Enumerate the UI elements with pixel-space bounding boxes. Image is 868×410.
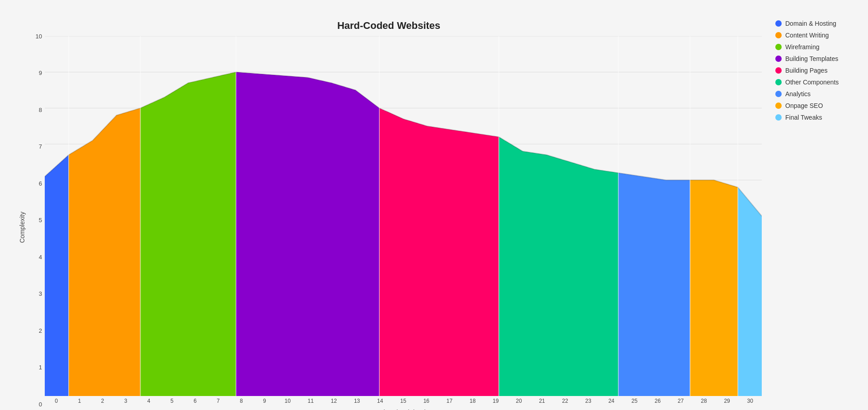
x-tick: 10: [276, 398, 299, 407]
legend-item: Final Tweaks: [775, 114, 852, 121]
chart-wrapper: Hard-Coded Websites Complexity 109876543…: [16, 20, 852, 390]
y-axis-label: Complexity: [16, 36, 27, 410]
segment-onpage-seo: [690, 180, 738, 396]
x-tick: 11: [299, 398, 322, 407]
x-tick: 16: [415, 398, 438, 407]
x-tick: 9: [253, 398, 276, 407]
legend-color-dot: [775, 114, 782, 121]
x-tick: 14: [368, 398, 392, 407]
chart-svg: [45, 36, 762, 396]
legend-label-text: Other Components: [785, 79, 839, 86]
legend-item: Onpage SEO: [775, 102, 852, 109]
x-tick: 23: [577, 398, 600, 407]
x-tick: 8: [230, 398, 253, 407]
x-tick: 20: [507, 398, 530, 407]
plot-area: [45, 36, 762, 396]
x-tick: 4: [137, 398, 160, 407]
legend-color-dot: [775, 67, 782, 74]
segment-final-tweaks: [738, 187, 762, 396]
segment-wireframing: [140, 72, 236, 396]
x-tick: 26: [646, 398, 669, 407]
segment-analytics: [618, 173, 690, 396]
x-tick: 15: [392, 398, 415, 407]
legend-label-text: Building Pages: [785, 67, 827, 74]
x-tick: 6: [184, 398, 207, 407]
legend-label-text: Building Templates: [785, 55, 838, 62]
x-tick: 29: [716, 398, 739, 407]
legend-color-dot: [775, 102, 782, 109]
segment-building-templates: [236, 72, 379, 396]
legend-label-text: Onpage SEO: [785, 102, 823, 109]
legend-item: Domain & Hosting: [775, 20, 852, 27]
x-tick: 1: [68, 398, 91, 407]
segment-content-writing: [69, 108, 141, 396]
legend-item: Analytics: [775, 90, 852, 98]
segment-domain-&-hosting: [45, 155, 69, 396]
legend-label-text: Content Writing: [785, 32, 829, 39]
legend-label-text: Domain & Hosting: [785, 20, 836, 27]
x-tick: 0: [45, 398, 68, 407]
x-tick: 13: [345, 398, 368, 407]
legend-color-dot: [775, 79, 782, 85]
x-tick: 17: [438, 398, 461, 407]
x-tick: 18: [461, 398, 484, 407]
chart-container: Hard-Coded Websites Complexity 109876543…: [0, 0, 868, 410]
x-tick: 28: [692, 398, 715, 407]
legend-color-dot: [775, 44, 782, 50]
legend-color-dot: [775, 32, 782, 38]
legend-label-text: Final Tweaks: [785, 114, 822, 121]
chart-inner: Complexity 109876543210 0123456789101112…: [16, 36, 762, 410]
legend-label-text: Wireframing: [785, 43, 819, 51]
legend-label-text: Analytics: [785, 90, 811, 98]
chart-title: Hard-Coded Websites: [16, 20, 762, 32]
chart-area: Hard-Coded Websites Complexity 109876543…: [16, 20, 762, 390]
legend-item: Content Writing: [775, 32, 852, 39]
x-tick: 12: [322, 398, 345, 407]
x-tick: 19: [484, 398, 507, 407]
x-tick: 3: [114, 398, 137, 407]
legend-item: Other Components: [775, 79, 852, 86]
segment-other-components: [499, 137, 618, 396]
x-tick: 27: [669, 398, 692, 407]
x-tick: 24: [600, 398, 623, 407]
x-axis: 0123456789101112131415161718192021222324…: [45, 396, 762, 407]
legend: Domain & HostingContent WritingWireframi…: [762, 20, 852, 121]
y-axis: 109876543210: [27, 36, 45, 410]
legend-item: Building Pages: [775, 67, 852, 74]
x-tick: 21: [530, 398, 553, 407]
legend-color-dot: [775, 56, 782, 62]
plot-and-x: 0123456789101112131415161718192021222324…: [45, 36, 762, 410]
x-tick: 22: [553, 398, 576, 407]
x-tick: 7: [207, 398, 230, 407]
legend-color-dot: [775, 91, 782, 97]
x-tick: 2: [91, 398, 114, 407]
x-tick: 5: [160, 398, 184, 407]
segment-building-pages: [379, 108, 499, 396]
legend-item: Building Templates: [775, 55, 852, 62]
x-tick: 30: [739, 398, 762, 407]
legend-item: Wireframing: [775, 43, 852, 51]
legend-color-dot: [775, 20, 782, 27]
x-tick: 25: [623, 398, 646, 407]
